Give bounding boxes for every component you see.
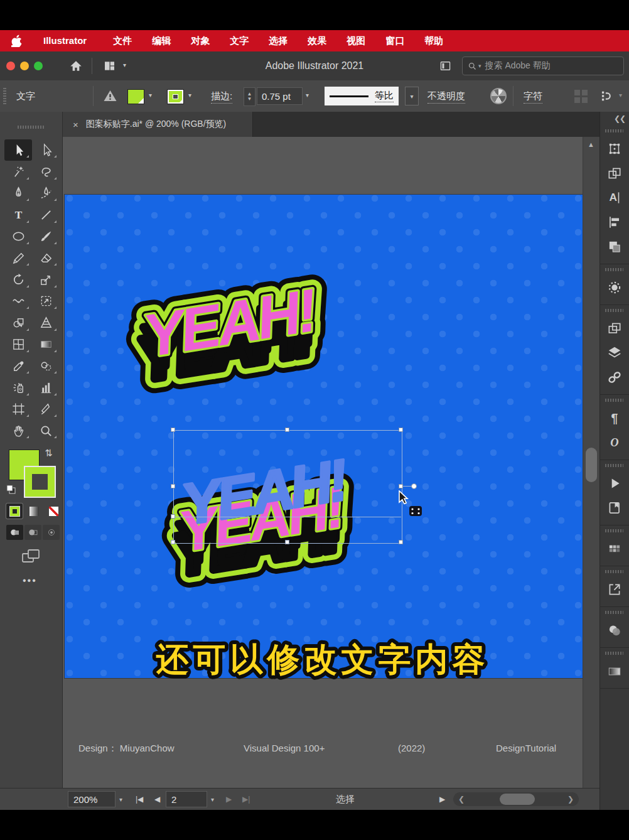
stroke-weight-value[interactable]: 0.75 pt	[257, 87, 303, 105]
artboard-chevron-icon[interactable]: ▾	[211, 791, 214, 807]
panel-transparency-button[interactable]	[599, 234, 629, 259]
panel-libraries-button[interactable]	[599, 495, 629, 520]
window-close-button[interactable]	[6, 62, 15, 70]
menu-edit[interactable]: 编辑	[142, 30, 181, 51]
tool-curvature[interactable]	[32, 183, 60, 204]
menu-help[interactable]: 帮助	[414, 30, 453, 51]
tool-width[interactable]	[4, 291, 32, 312]
dock-gripper[interactable]	[605, 309, 623, 312]
tool-scale[interactable]	[32, 269, 60, 290]
canvas-area[interactable]: YEAH! YEAH! YEAH! YEAH! YEAH! YEAH! YEAH…	[63, 137, 583, 788]
dock-gripper[interactable]	[605, 652, 623, 655]
search-scope-chevron-icon[interactable]: ▾	[478, 63, 481, 69]
selection-handle-n[interactable]	[285, 428, 289, 432]
screen-mode-icon[interactable]	[20, 547, 41, 565]
selection-handle-baseline[interactable]	[171, 514, 175, 519]
last-artboard-button[interactable]: ▶|	[242, 791, 250, 807]
search-input[interactable]: ▾ 搜索 Adobe 帮助	[462, 57, 624, 75]
fill-chevron-icon[interactable]: ▾	[149, 92, 152, 99]
selection-handle-w[interactable]	[171, 484, 175, 488]
character-panel-label[interactable]: 字符	[524, 90, 542, 104]
opacity-label[interactable]: 不透明度	[427, 90, 465, 104]
panel-character-button[interactable]: A	[599, 185, 629, 210]
profile-chevron-button[interactable]: ▾	[405, 87, 419, 105]
menu-window[interactable]: 窗口	[375, 30, 414, 51]
panel-pathfinder-button[interactable]	[599, 161, 629, 185]
document-tab[interactable]: × 图案标贴字.ai* @ 200% (RGB/预览)	[63, 112, 253, 137]
panel-dashed-circle-button[interactable]	[599, 275, 629, 299]
dock-gripper[interactable]	[605, 399, 623, 402]
tab-close-icon[interactable]: ×	[73, 119, 78, 130]
selection-handle-sw[interactable]	[171, 540, 175, 544]
workspace-switcher-icon[interactable]	[103, 60, 116, 72]
panel-layers-button[interactable]	[599, 340, 629, 365]
first-artboard-button[interactable]: |◀	[136, 791, 143, 807]
horizontal-scrollbar[interactable]: ❮ ❯	[453, 792, 579, 806]
window-zoom-button[interactable]	[34, 62, 43, 70]
dock-expand-icon[interactable]: ❮❮	[614, 114, 625, 123]
menu-app[interactable]: Illustrator	[33, 30, 97, 51]
tool-slice[interactable]	[32, 399, 60, 420]
next-artboard-button[interactable]: ▶	[226, 791, 232, 807]
panel-swatches-button[interactable]	[599, 536, 629, 561]
panel-gradient-panel-button[interactable]	[599, 659, 629, 683]
zoom-level-field[interactable]: 200%	[68, 791, 116, 807]
horizontal-scrollbar-thumb[interactable]	[500, 794, 535, 805]
tool-gradient[interactable]	[32, 334, 60, 355]
stroke-color-swatch[interactable]	[167, 89, 184, 104]
dock-gripper[interactable]	[605, 129, 623, 132]
panel-transform-button[interactable]	[599, 136, 629, 161]
sticker-yeah-top[interactable]: YEAH! YEAH! YEAH! YEAH! YEAH! YEAH! YEAH…	[126, 242, 427, 399]
menu-type[interactable]: 文字	[220, 30, 259, 51]
swap-fill-stroke-icon[interactable]: ⇄	[43, 449, 55, 457]
vertical-scrollbar[interactable]: ▲	[583, 137, 600, 788]
vertical-scrollbar-thumb[interactable]	[586, 448, 597, 482]
panel-actions-button[interactable]	[599, 471, 629, 495]
controlbar-gripper[interactable]	[3, 88, 6, 104]
stroke-weight-chevron-icon[interactable]: ▾	[306, 92, 309, 99]
dock-gripper[interactable]	[605, 611, 623, 614]
width-profile-dropdown[interactable]: 等比	[325, 87, 399, 105]
tool-perspective-grid[interactable]	[32, 312, 60, 333]
default-fill-stroke-icon[interactable]	[6, 485, 16, 495]
selection-handle-se[interactable]	[399, 540, 403, 544]
dock-gripper[interactable]	[605, 570, 623, 573]
panel-links-button[interactable]	[599, 365, 629, 389]
toolbar-gripper[interactable]	[18, 126, 45, 129]
tool-blend[interactable]	[32, 355, 60, 377]
scroll-left-icon[interactable]: ❮	[458, 795, 465, 804]
menu-view[interactable]: 视图	[336, 30, 375, 51]
window-minimize-button[interactable]	[20, 62, 29, 70]
arrange-documents-icon[interactable]	[439, 60, 452, 72]
tool-pencil[interactable]	[4, 247, 32, 269]
selection-handle-s[interactable]	[285, 540, 289, 544]
gradient-button[interactable]	[26, 503, 42, 519]
menu-file[interactable]: 文件	[103, 30, 142, 51]
tool-mesh[interactable]	[4, 334, 32, 355]
tool-line-segment[interactable]	[32, 204, 60, 225]
tool-rotate[interactable]	[4, 269, 32, 290]
tool-pen[interactable]	[4, 183, 32, 204]
color-button[interactable]	[6, 503, 23, 519]
tool-artboard[interactable]	[4, 399, 32, 420]
selection-anchor-dot[interactable]	[411, 483, 417, 489]
menu-select[interactable]: 选择	[259, 30, 298, 51]
fill-color-swatch[interactable]	[127, 89, 144, 104]
tool-column-graph[interactable]	[32, 377, 60, 398]
artboard-number-field[interactable]: 2	[166, 791, 207, 807]
menu-object[interactable]: 对象	[181, 30, 220, 51]
tool-hand[interactable]	[4, 420, 32, 441]
panel-paragraph-button[interactable]: ¶	[599, 406, 629, 430]
tool-magic-wand[interactable]	[4, 161, 32, 182]
selection-handle-ne[interactable]	[399, 428, 403, 432]
workspace-chevron-icon[interactable]: ▾	[123, 62, 126, 68]
tool-ellipse[interactable]	[4, 226, 32, 247]
stroke-color-indicator[interactable]	[25, 467, 55, 497]
panel-color-button[interactable]	[599, 618, 629, 642]
panel-artboards-button[interactable]	[599, 316, 629, 340]
stroke-weight-stepper[interactable]: ▲▼	[244, 87, 255, 106]
draw-inside-button[interactable]	[43, 525, 60, 540]
tool-direct-selection[interactable]	[32, 139, 60, 161]
draw-behind-button[interactable]	[24, 525, 41, 540]
zoom-chevron-icon[interactable]: ▾	[119, 791, 122, 807]
